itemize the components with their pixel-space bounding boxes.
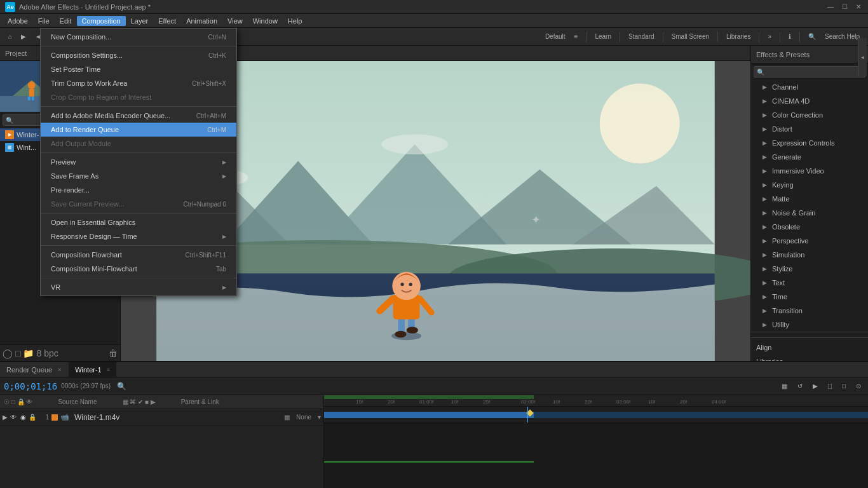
- menu-animation[interactable]: Animation: [181, 16, 222, 26]
- chevron-immersive-video: ▶: [763, 168, 767, 174]
- effect-obsolete[interactable]: ▶ Obsolete: [751, 220, 868, 234]
- menu-help[interactable]: Help: [283, 16, 308, 26]
- menu-file[interactable]: File: [33, 16, 55, 26]
- effect-cinema4d[interactable]: ▶ CINEMA 4D: [751, 94, 868, 108]
- workspace-standard[interactable]: Standard: [625, 32, 658, 41]
- home-btn[interactable]: ⌂: [5, 32, 15, 41]
- layer-mode-icon[interactable]: ▦: [284, 414, 290, 421]
- menu-comp-mini-flowchart[interactable]: Composition Mini-Flowchart Tab: [41, 262, 236, 276]
- menu-adobe[interactable]: Adobe: [3, 16, 33, 26]
- delete-btn[interactable]: 🗑: [109, 348, 118, 358]
- chevron-generate: ▶: [763, 154, 767, 160]
- comp-settings-label: Composition Settings...: [51, 51, 123, 59]
- workspace-default[interactable]: Default: [542, 32, 569, 41]
- effect-transition[interactable]: ▶ Transition: [751, 304, 868, 318]
- playhead[interactable]: [527, 407, 528, 423]
- layer-visibility-icon[interactable]: 👁: [10, 414, 17, 421]
- ruler-mark-3m10f: 10f: [648, 399, 655, 405]
- workspace-learn[interactable]: Learn: [592, 32, 614, 41]
- timeline-icon1[interactable]: ▦: [778, 381, 790, 391]
- search-timecode-btn[interactable]: 🔍: [117, 382, 126, 391]
- effect-immersive-video[interactable]: ▶ Immersive Video: [751, 164, 868, 178]
- effect-generate[interactable]: ▶ Generate: [751, 150, 868, 164]
- timeline-icon4[interactable]: ⎕: [825, 381, 835, 391]
- toolbar-icon1[interactable]: ▶: [18, 32, 29, 41]
- workspace-libraries[interactable]: Libraries: [723, 32, 754, 41]
- effect-time[interactable]: ▶ Time: [751, 290, 868, 304]
- svg-text:✦: ✦: [531, 213, 541, 226]
- close-button[interactable]: ✕: [854, 3, 863, 11]
- effect-matte[interactable]: ▶ Matte: [751, 192, 868, 206]
- timeline-tab-render-queue[interactable]: Render Queue ✕: [0, 362, 69, 377]
- timeline-icon6[interactable]: ⊙: [853, 381, 864, 391]
- effects-search-input[interactable]: 🔍: [754, 66, 865, 78]
- menu-view[interactable]: View: [222, 16, 248, 26]
- menu-trim-comp[interactable]: Trim Comp to Work Area Ctrl+Shift+X: [41, 76, 236, 90]
- effect-text[interactable]: ▶ Text: [751, 276, 868, 290]
- menu-effect[interactable]: Effect: [153, 16, 181, 26]
- timeline-icon3[interactable]: ▶: [810, 381, 821, 391]
- effect-keying[interactable]: ▶ Keying: [751, 178, 868, 192]
- layer-solo-icon[interactable]: ◉: [20, 414, 26, 421]
- menu-vr[interactable]: VR: [41, 280, 236, 294]
- menu-responsive-design[interactable]: Responsive Design — Time: [41, 229, 236, 243]
- timeline-icon5[interactable]: □: [839, 381, 849, 391]
- menu-set-poster[interactable]: Set Poster Time: [41, 62, 236, 76]
- search-icon[interactable]: 🔍: [805, 32, 819, 41]
- expand-workspaces-btn[interactable]: »: [764, 32, 775, 41]
- workspace-small-screen[interactable]: Small Screen: [668, 32, 712, 41]
- menu-comp-flowchart[interactable]: Composition Flowchart Ctrl+Shift+F11: [41, 248, 236, 262]
- menu-window[interactable]: Window: [248, 16, 283, 26]
- panel-align[interactable]: Align: [751, 341, 868, 355]
- menu-open-essential-graphics[interactable]: Open in Essential Graphics: [41, 215, 236, 229]
- menu-crop-comp[interactable]: Crop Comp to Region of Interest: [41, 90, 236, 104]
- layer-bar-main[interactable]: [324, 412, 534, 418]
- new-folder-btn[interactable]: ◯: [3, 348, 13, 358]
- render-queue-close[interactable]: ✕: [57, 367, 62, 373]
- effect-expression-controls[interactable]: ▶ Expression Controls: [751, 136, 868, 150]
- minimize-button[interactable]: —: [826, 3, 835, 11]
- menu-edit[interactable]: Edit: [55, 16, 77, 26]
- effect-utility[interactable]: ▶ Utility: [751, 318, 868, 332]
- effect-perspective[interactable]: ▶ Perspective: [751, 234, 868, 248]
- new-comp-small-btn[interactable]: □: [15, 348, 20, 358]
- effect-noise-grain[interactable]: ▶ Noise & Grain: [751, 206, 868, 220]
- workspace-menu-icon[interactable]: ≡: [571, 32, 581, 41]
- layer-mode-dropdown[interactable]: ▾: [318, 414, 321, 421]
- menu-comp-settings[interactable]: Composition Settings... Ctrl+K: [41, 48, 236, 62]
- window-controls[interactable]: — ☐ ✕: [826, 3, 863, 11]
- search-help-label[interactable]: Search Help: [822, 32, 863, 41]
- layer-row-1[interactable]: ▶ 👁 ◉ 🔒 1 📹 Winter-1.m4v ▦ None ▾: [0, 409, 323, 426]
- timeline-tab-winter1[interactable]: Winter-1 ≡: [69, 362, 116, 377]
- ruler-mark-10f: 10f: [356, 399, 363, 405]
- timeline-options-icon[interactable]: ≡: [107, 367, 110, 373]
- info-btn[interactable]: ℹ: [785, 32, 794, 41]
- timecode-display[interactable]: 0;00;01;16: [4, 381, 57, 391]
- effect-simulation[interactable]: ▶ Simulation: [751, 248, 868, 262]
- menu-layer[interactable]: Layer: [126, 16, 154, 26]
- menu-add-output-module[interactable]: Add Output Module: [41, 137, 236, 151]
- effect-transition-label: Transition: [772, 307, 803, 315]
- menu-new-composition[interactable]: New Composition... Ctrl+N: [41, 30, 236, 44]
- layer-lock-icon[interactable]: 🔒: [29, 414, 36, 421]
- maximize-button[interactable]: ☐: [840, 3, 849, 11]
- effect-distort[interactable]: ▶ Distort: [751, 122, 868, 136]
- timeline-icon2[interactable]: ↺: [794, 381, 806, 391]
- chevron-cinema4d: ▶: [763, 98, 767, 104]
- menu-add-render-queue[interactable]: Add to Render Queue Ctrl+M: [41, 123, 236, 137]
- menu-save-frame-as[interactable]: Save Frame As: [41, 169, 236, 183]
- bpc-btn[interactable]: 8 bpc: [36, 348, 58, 358]
- effect-channel[interactable]: ▶ Channel: [751, 80, 868, 94]
- menu-composition[interactable]: Composition: [77, 16, 126, 26]
- menu-save-current-preview[interactable]: Save Current Preview... Ctrl+Numpad 0: [41, 197, 236, 211]
- effect-stylize[interactable]: ▶ Stylize: [751, 262, 868, 276]
- menu-pre-render[interactable]: Pre-render...: [41, 183, 236, 197]
- menu-add-media-encoder[interactable]: Add to Adobe Media Encoder Queue... Ctrl…: [41, 109, 236, 123]
- menu-preview[interactable]: Preview: [41, 155, 236, 169]
- layer-mode-label[interactable]: None: [296, 414, 311, 421]
- footage-btn[interactable]: 📁: [23, 348, 34, 358]
- layer-expand-icon[interactable]: ▶: [3, 414, 8, 421]
- effect-color-correction[interactable]: ▶ Color Correction: [751, 108, 868, 122]
- panel-expand-btn[interactable]: ◄: [858, 46, 867, 76]
- panel-libraries[interactable]: Libraries: [751, 355, 868, 361]
